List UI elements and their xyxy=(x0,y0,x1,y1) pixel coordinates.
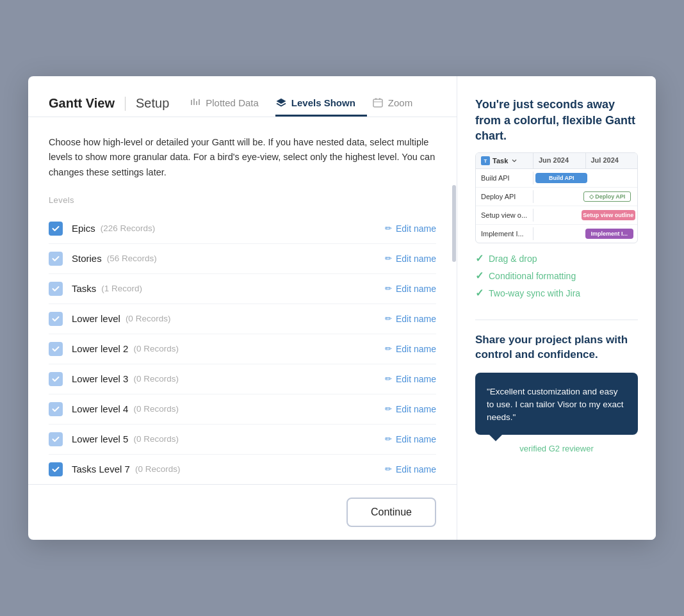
edit-name-button-5[interactable]: ✏Edit name xyxy=(385,344,436,354)
gantt-header-task: T Task xyxy=(476,153,533,168)
pencil-icon-3: ✏ xyxy=(385,284,392,293)
scroll-track[interactable] xyxy=(452,134,457,495)
feature-label-3: Two-way sync with Jira xyxy=(489,288,580,298)
level-item-3: Tasks(1 Record)✏Edit name xyxy=(49,274,436,304)
svg-rect-3 xyxy=(199,99,200,105)
level-item-2: Stories(56 Records)✏Edit name xyxy=(49,244,436,274)
checkbox-level-8[interactable] xyxy=(49,432,63,446)
svg-rect-4 xyxy=(373,99,382,107)
level-item-5: Lower level 2(0 Records)✏Edit name xyxy=(49,334,436,364)
level-count-3: (1 Record) xyxy=(101,284,142,293)
checkbox-level-7[interactable] xyxy=(49,402,63,416)
checkbox-level-2[interactable] xyxy=(49,252,63,266)
gantt-row-1-name: Build API xyxy=(476,172,533,184)
pencil-icon-1: ✏ xyxy=(385,223,392,233)
check-icon-2: ✓ xyxy=(475,270,484,282)
level-item-9: Tasks Level 7(0 Records)✏Edit name xyxy=(49,455,436,484)
level-count-1: (226 Records) xyxy=(101,223,156,233)
svg-rect-0 xyxy=(191,100,192,105)
level-name-6: Lower level 3 xyxy=(72,373,128,384)
layers-icon xyxy=(275,97,287,108)
feature-label-1: Drag & drop xyxy=(489,254,537,264)
svg-rect-2 xyxy=(196,101,197,105)
feature-drag-drop: ✓ Drag & drop xyxy=(475,252,638,264)
right-panel: You're just seconds away from a colorful… xyxy=(457,76,656,540)
edit-name-button-1[interactable]: ✏Edit name xyxy=(385,223,436,234)
edit-name-button-3[interactable]: ✏Edit name xyxy=(385,284,436,294)
level-count-7: (0 Records) xyxy=(133,404,179,414)
level-count-4: (0 Records) xyxy=(126,314,171,323)
testimonial-text: "Excellent customization and easy to use… xyxy=(487,387,624,423)
svg-rect-5 xyxy=(375,98,377,100)
gantt-row-3-name: Setup view o... xyxy=(476,209,533,222)
bar-deploy-api: ◇ Deploy API xyxy=(583,191,631,202)
level-count-8: (0 Records) xyxy=(133,434,179,444)
scroll-thumb xyxy=(452,185,456,262)
features-list: ✓ Drag & drop ✓ Conditional formatting ✓… xyxy=(475,252,638,299)
gantt-row-3: Setup view o... Setup view outline xyxy=(476,206,637,225)
calendar-icon xyxy=(372,97,384,108)
checkbox-level-3[interactable] xyxy=(49,282,63,296)
modal-overlay: Gantt View Setup xyxy=(0,0,684,616)
svg-rect-1 xyxy=(193,99,195,105)
checkbox-level-1[interactable] xyxy=(49,222,63,236)
checkbox-level-4[interactable] xyxy=(49,312,63,326)
level-name-2: Stories xyxy=(72,253,102,264)
level-count-2: (56 Records) xyxy=(107,254,157,263)
tab-zoom[interactable]: Zoom xyxy=(372,90,424,117)
tabs-container: Plotted Data Levels Shown xyxy=(190,90,429,117)
pencil-icon-4: ✏ xyxy=(385,314,392,323)
pencil-icon-9: ✏ xyxy=(385,464,392,474)
gantt-row-4: Implement I... Implement I... xyxy=(476,225,637,243)
gantt-preview: T Task Jun 2024 Jul 2024 Build API Build… xyxy=(475,152,638,243)
checkbox-level-5[interactable] xyxy=(49,342,63,356)
feature-conditional: ✓ Conditional formatting xyxy=(475,270,638,282)
edit-name-button-7[interactable]: ✏Edit name xyxy=(385,404,436,414)
edit-name-button-6[interactable]: ✏Edit name xyxy=(385,374,436,384)
pencil-icon-8: ✏ xyxy=(385,434,392,444)
footer: Continue xyxy=(28,484,457,540)
level-name-4: Lower level xyxy=(72,313,120,324)
gantt-row-2-bar-area: ◇ Deploy API xyxy=(533,188,637,206)
edit-name-button-8[interactable]: ✏Edit name xyxy=(385,434,436,444)
pencil-icon-7: ✏ xyxy=(385,404,392,414)
levels-list: Epics(226 Records)✏Edit nameStories(56 R… xyxy=(49,214,436,484)
bar-build-api: Build API xyxy=(535,173,587,183)
edit-name-button-9[interactable]: ✏Edit name xyxy=(385,464,436,474)
gantt-preview-header: T Task Jun 2024 Jul 2024 xyxy=(476,153,637,169)
share-title: Share your project plans with control an… xyxy=(475,333,638,362)
checkbox-level-9[interactable] xyxy=(49,462,63,476)
modal-header: Gantt View Setup xyxy=(28,76,457,117)
level-name-8: Lower level 5 xyxy=(72,434,128,444)
pencil-icon-6: ✏ xyxy=(385,374,392,384)
level-name-7: Lower level 4 xyxy=(72,403,128,414)
tab-plotted-data-label: Plotted Data xyxy=(206,97,259,108)
modal-title-setup: Setup xyxy=(136,96,169,111)
tab-levels-shown[interactable]: Levels Shown xyxy=(275,90,367,117)
pencil-icon-2: ✏ xyxy=(385,254,392,263)
level-name-1: Epics xyxy=(72,223,95,234)
edit-name-button-2[interactable]: ✏Edit name xyxy=(385,254,436,264)
verified-label: verified G2 reviewer xyxy=(475,444,638,453)
gantt-header-jul: Jul 2024 xyxy=(586,153,638,168)
bar-implement: Implement I... xyxy=(585,229,633,239)
level-item-8: Lower level 5(0 Records)✏Edit name xyxy=(49,425,436,455)
gantt-row-2-name: Deploy API xyxy=(476,190,533,203)
levels-section-label: Levels xyxy=(49,195,436,205)
gantt-header-jun: Jun 2024 xyxy=(533,153,586,168)
level-item-1: Epics(226 Records)✏Edit name xyxy=(49,214,436,244)
main-content: Choose how high-level or detailed your G… xyxy=(28,117,457,484)
modal: Gantt View Setup xyxy=(28,76,656,540)
share-section: Share your project plans with control an… xyxy=(475,320,638,453)
gantt-row-2: Deploy API ◇ Deploy API xyxy=(476,188,637,206)
svg-rect-6 xyxy=(379,98,380,100)
gantt-row-4-name: Implement I... xyxy=(476,227,533,240)
tab-plotted-data[interactable]: Plotted Data xyxy=(190,90,270,117)
continue-button[interactable]: Continue xyxy=(346,498,436,527)
edit-name-button-4[interactable]: ✏Edit name xyxy=(385,314,436,324)
checkbox-level-6[interactable] xyxy=(49,372,63,386)
check-icon-1: ✓ xyxy=(475,252,484,264)
tab-levels-shown-label: Levels Shown xyxy=(291,97,355,108)
level-item-6: Lower level 3(0 Records)✏Edit name xyxy=(49,364,436,394)
check-icon-3: ✓ xyxy=(475,287,484,299)
